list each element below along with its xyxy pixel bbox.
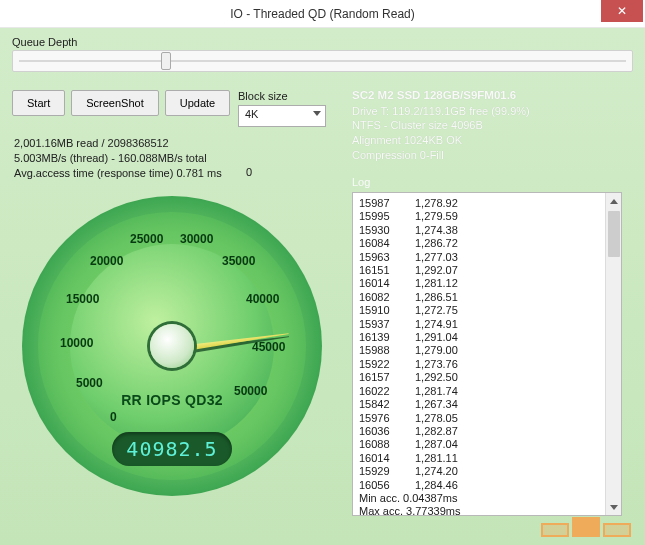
block-size-group: Block size 4K [238, 90, 326, 127]
drive-align: Alignment 1024KB OK [352, 133, 530, 148]
log-row: 160881,287.04 [359, 438, 615, 451]
update-button[interactable]: Update [165, 90, 230, 116]
scroll-down-button[interactable] [606, 499, 621, 515]
stat-read: 2,001.16MB read / 2098368512 [14, 136, 222, 151]
log-row: 160821,286.51 [359, 291, 615, 304]
log-label: Log [352, 176, 370, 188]
gauge-tick: 0 [110, 410, 117, 424]
log-row: 161571,292.50 [359, 371, 615, 384]
close-icon: ✕ [617, 4, 627, 18]
stat-latency: Avg.access time (response time) 0.781 ms [14, 166, 222, 181]
stat-speed: 5.003MB/s (thread) - 160.088MB/s total [14, 151, 222, 166]
gauge-tick: 25000 [130, 232, 163, 246]
start-button[interactable]: Start [12, 90, 65, 116]
stat-counter: 0 [246, 166, 252, 178]
log-row: 159871,278.92 [359, 197, 615, 210]
gauge-title: RR IOPS QD32 [22, 392, 322, 408]
log-row: 159301,274.38 [359, 224, 615, 237]
log-scrollbar[interactable] [605, 193, 621, 515]
block-size-label: Block size [238, 90, 326, 102]
log-row: 159101,272.75 [359, 304, 615, 317]
log-row: 160221,281.74 [359, 385, 615, 398]
log-row: 159761,278.05 [359, 412, 615, 425]
log-row: 160361,282.87 [359, 425, 615, 438]
slider-thumb[interactable] [161, 52, 171, 70]
drive-compress: Compression 0-Fill [352, 148, 530, 163]
gauge-tick: 35000 [222, 254, 255, 268]
stats-block: 2,001.16MB read / 2098368512 5.003MB/s (… [14, 136, 222, 181]
scroll-thumb[interactable] [608, 211, 620, 257]
drive-free: Drive T: 119.2/119.1GB free (99.9%) [352, 104, 530, 119]
log-row: 160141,281.11 [359, 452, 615, 465]
gauge-hub [150, 324, 194, 368]
screenshot-button[interactable]: ScreenShot [71, 90, 158, 116]
gauge-tick: 30000 [180, 232, 213, 246]
window-title: IO - Threaded QD (Random Read) [0, 7, 645, 21]
log-row: 159881,279.00 [359, 344, 615, 357]
log-row: 161511,292.07 [359, 264, 615, 277]
log-row: 159291,274.20 [359, 465, 615, 478]
log-row: 159951,279.59 [359, 210, 615, 223]
log-box[interactable]: 159871,278.92159951,279.59159301,274.381… [352, 192, 622, 516]
drive-fs: NTFS - Cluster size 4096B [352, 118, 530, 133]
log-row: 159221,273.76 [359, 358, 615, 371]
queue-depth-label: Queue Depth [12, 36, 633, 48]
log-row: 160841,286.72 [359, 237, 615, 250]
gauge-value: 40982.5 [126, 437, 217, 461]
gauge-tick: 20000 [90, 254, 123, 268]
gauge-tick: 15000 [66, 292, 99, 306]
log-row: 160141,281.12 [359, 277, 615, 290]
drive-model: SC2 M2 SSD 128GB/S9FM01.6 [352, 88, 530, 104]
log-row: 158421,267.34 [359, 398, 615, 411]
slider-track [19, 60, 626, 62]
block-size-value: 4K [245, 108, 258, 120]
titlebar: IO - Threaded QD (Random Read) ✕ [0, 0, 645, 28]
log-row: 160561,284.46 [359, 479, 615, 492]
scroll-up-button[interactable] [606, 193, 621, 209]
drive-info: SC2 M2 SSD 128GB/S9FM01.6 Drive T: 119.2… [352, 88, 530, 163]
gauge-tick: 10000 [60, 336, 93, 350]
gauge-tick: 40000 [246, 292, 279, 306]
watermark-logo [541, 517, 631, 537]
chevron-up-icon [610, 199, 618, 204]
chevron-down-icon [313, 111, 321, 116]
queue-depth-slider[interactable] [12, 50, 633, 72]
chevron-down-icon [610, 505, 618, 510]
gauge-lcd: 40982.5 [112, 432, 232, 466]
close-button[interactable]: ✕ [601, 0, 643, 22]
gauge-tick: 5000 [76, 376, 103, 390]
iops-gauge: 0500010000150002000025000300003500040000… [22, 196, 322, 496]
log-row: 159371,274.91 [359, 318, 615, 331]
main-panel: Queue Depth Start ScreenShot Update Bloc… [0, 28, 645, 545]
log-row: 161391,291.04 [359, 331, 615, 344]
block-size-select[interactable]: 4K [238, 105, 326, 127]
log-min: Min acc. 0.04387ms [359, 492, 615, 505]
log-max: Max acc. 3.77339ms [359, 505, 615, 515]
log-row: 159631,277.03 [359, 251, 615, 264]
